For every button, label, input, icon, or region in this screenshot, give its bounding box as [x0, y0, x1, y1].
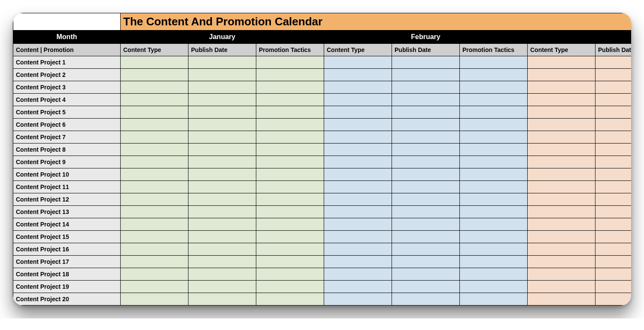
data-cell[interactable]: [256, 131, 324, 144]
data-cell[interactable]: [392, 193, 460, 206]
data-cell[interactable]: [121, 181, 188, 193]
data-cell[interactable]: [256, 243, 324, 256]
data-cell[interactable]: [324, 193, 392, 206]
data-cell[interactable]: [188, 206, 256, 218]
data-cell[interactable]: [324, 94, 392, 106]
data-cell[interactable]: [256, 181, 324, 193]
project-label[interactable]: Content Project 16: [13, 243, 121, 256]
data-cell[interactable]: [528, 131, 595, 144]
data-cell[interactable]: [121, 119, 188, 131]
data-cell[interactable]: [528, 181, 595, 193]
data-cell[interactable]: [392, 106, 460, 119]
data-cell[interactable]: [121, 268, 188, 281]
data-cell[interactable]: [528, 119, 595, 131]
project-label[interactable]: Content Project 1: [13, 56, 121, 69]
data-cell[interactable]: [324, 106, 392, 119]
data-cell[interactable]: [392, 131, 460, 144]
subcol-m2-0[interactable]: Content Type: [528, 44, 595, 56]
data-cell[interactable]: [256, 193, 324, 206]
data-cell[interactable]: [324, 243, 392, 256]
data-cell[interactable]: [121, 131, 188, 144]
subcol-m1-1[interactable]: Publish Date: [392, 44, 460, 56]
project-label[interactable]: Content Project 7: [13, 131, 121, 144]
data-cell[interactable]: [528, 106, 595, 119]
data-cell[interactable]: [392, 156, 460, 168]
data-cell[interactable]: [460, 193, 528, 206]
data-cell[interactable]: [121, 144, 188, 156]
data-cell[interactable]: [460, 281, 528, 293]
title-blank-cell[interactable]: [13, 13, 121, 31]
data-cell[interactable]: [121, 281, 188, 293]
data-cell[interactable]: [528, 256, 595, 268]
month-header-label[interactable]: Month: [13, 31, 121, 44]
data-cell[interactable]: [595, 281, 632, 293]
data-cell[interactable]: [121, 193, 188, 206]
data-cell[interactable]: [188, 131, 256, 144]
data-cell[interactable]: [121, 206, 188, 218]
data-cell[interactable]: [188, 181, 256, 193]
month-header-1[interactable]: February: [324, 31, 528, 44]
data-cell[interactable]: [324, 119, 392, 131]
data-cell[interactable]: [256, 81, 324, 94]
data-cell[interactable]: [121, 69, 188, 81]
data-cell[interactable]: [392, 231, 460, 243]
data-cell[interactable]: [256, 119, 324, 131]
data-cell[interactable]: [324, 156, 392, 168]
data-cell[interactable]: [595, 168, 632, 181]
data-cell[interactable]: [121, 94, 188, 106]
data-cell[interactable]: [324, 218, 392, 231]
data-cell[interactable]: [324, 293, 392, 306]
data-cell[interactable]: [528, 156, 595, 168]
data-cell[interactable]: [121, 156, 188, 168]
data-cell[interactable]: [121, 218, 188, 231]
data-cell[interactable]: [324, 281, 392, 293]
data-cell[interactable]: [460, 94, 528, 106]
data-cell[interactable]: [460, 181, 528, 193]
data-cell[interactable]: [595, 156, 632, 168]
data-cell[interactable]: [256, 56, 324, 69]
data-cell[interactable]: [188, 231, 256, 243]
data-cell[interactable]: [595, 106, 632, 119]
data-cell[interactable]: [188, 69, 256, 81]
data-cell[interactable]: [121, 256, 188, 268]
data-cell[interactable]: [528, 81, 595, 94]
data-cell[interactable]: [392, 168, 460, 181]
data-cell[interactable]: [188, 156, 256, 168]
data-cell[interactable]: [188, 293, 256, 306]
data-cell[interactable]: [460, 69, 528, 81]
data-cell[interactable]: [256, 218, 324, 231]
data-cell[interactable]: [121, 293, 188, 306]
data-cell[interactable]: [188, 106, 256, 119]
project-label[interactable]: Content Project 9: [13, 156, 121, 168]
data-cell[interactable]: [392, 181, 460, 193]
project-label[interactable]: Content Project 15: [13, 231, 121, 243]
data-cell[interactable]: [595, 206, 632, 218]
data-cell[interactable]: [595, 268, 632, 281]
data-cell[interactable]: [528, 94, 595, 106]
project-label[interactable]: Content Project 11: [13, 181, 121, 193]
data-cell[interactable]: [528, 281, 595, 293]
data-cell[interactable]: [528, 144, 595, 156]
data-cell[interactable]: [121, 168, 188, 181]
data-cell[interactable]: [392, 206, 460, 218]
data-cell[interactable]: [188, 268, 256, 281]
data-cell[interactable]: [460, 256, 528, 268]
data-cell[interactable]: [324, 81, 392, 94]
data-cell[interactable]: [460, 206, 528, 218]
data-cell[interactable]: [595, 181, 632, 193]
data-cell[interactable]: [460, 268, 528, 281]
data-cell[interactable]: [595, 69, 632, 81]
data-cell[interactable]: [121, 56, 188, 69]
data-cell[interactable]: [324, 206, 392, 218]
data-cell[interactable]: [460, 231, 528, 243]
data-cell[interactable]: [188, 243, 256, 256]
data-cell[interactable]: [392, 243, 460, 256]
data-cell[interactable]: [324, 256, 392, 268]
data-cell[interactable]: [595, 81, 632, 94]
data-cell[interactable]: [256, 293, 324, 306]
data-cell[interactable]: [256, 168, 324, 181]
data-cell[interactable]: [188, 256, 256, 268]
data-cell[interactable]: [188, 81, 256, 94]
project-label[interactable]: Content Project 2: [13, 69, 121, 81]
data-cell[interactable]: [460, 144, 528, 156]
